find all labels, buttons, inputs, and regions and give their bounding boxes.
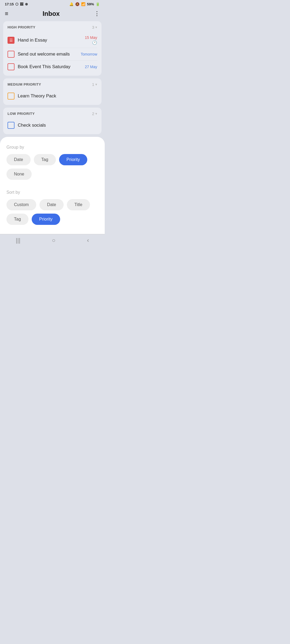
task-checkbox-t3[interactable] [8, 63, 15, 70]
mute-icon: 🔕 [75, 2, 79, 6]
section-title-low: LOW PRIORITY [8, 112, 35, 116]
task-left-t2: Send out welcome emails [8, 51, 70, 58]
group-by-label: Group by [6, 145, 98, 150]
task-checkbox-t1[interactable]: ☰ [8, 37, 15, 44]
section-title-medium: MEDIUM PRIORITY [8, 82, 41, 86]
sort-by-tag-button[interactable]: Tag [6, 214, 28, 225]
sort-by-options: CustomDateTitleTagPriority [6, 199, 98, 225]
nav-back-button[interactable]: ‹ [87, 237, 89, 244]
image-icon: 🖼 [20, 2, 23, 6]
task-checkbox-t4[interactable] [8, 93, 15, 100]
task-left-t1: ☰Hand in Essay [8, 37, 47, 44]
task-left-t3: Book Event This Saturday [8, 63, 70, 70]
task-left-t5: Check socials [8, 122, 46, 129]
section-count-low[interactable]: 2 ▾ [92, 111, 97, 116]
chevron-down-icon: ▾ [95, 82, 97, 86]
task-name-t3: Book Event This Saturday [18, 64, 70, 69]
battery-text: 59% [87, 2, 94, 6]
nav-recent-button[interactable]: ||| [16, 237, 20, 244]
more-options-button[interactable]: ⋮ [94, 10, 100, 17]
task-item-t3[interactable]: Book Event This Saturday27 May [8, 61, 97, 73]
section-medium: MEDIUM PRIORITY1 ▾Learn Theory Pack [3, 78, 102, 105]
sort-by-priority-button[interactable]: Priority [32, 214, 60, 225]
battery-icon: 🔋 [96, 2, 100, 6]
task-sections: HIGH PRIORITY3 ▾☰Hand in Essay15 May🕐Sen… [0, 21, 105, 134]
task-name-t1: Hand in Essay [18, 38, 47, 43]
section-count-high[interactable]: 3 ▾ [92, 25, 97, 30]
section-title-high: HIGH PRIORITY [8, 25, 35, 29]
section-low: LOW PRIORITY2 ▾Check socials [3, 108, 102, 134]
task-item-t2[interactable]: Send out welcome emailsTomorrow [8, 48, 97, 61]
alarm-icon: 🔔 [69, 2, 74, 6]
list-icon: ☰ [9, 38, 13, 43]
group-by-options: DateTagPriorityNone [6, 154, 98, 180]
task-name-t4: Learn Theory Pack [18, 93, 56, 99]
section-header-medium: MEDIUM PRIORITY1 ▾ [8, 82, 97, 87]
sort-by-title-button[interactable]: Title [67, 199, 90, 210]
task-date-wrap-t2: Tomorrow [81, 52, 97, 56]
task-item-t1[interactable]: ☰Hand in Essay15 May🕐 [8, 33, 97, 48]
group-by-tag-button[interactable]: Tag [34, 154, 56, 165]
app-header: ≡ Inbox ⋮ [0, 7, 105, 21]
task-date-wrap-t3: 27 May [85, 65, 97, 69]
wifi-icon: 📶 [81, 2, 85, 6]
task-checkbox-t2[interactable] [8, 51, 15, 58]
section-header-low: LOW PRIORITY2 ▾ [8, 111, 97, 116]
clock-icon: 🕐 [92, 40, 97, 45]
bottom-sheet: Group by DateTagPriorityNone Sort by Cus… [0, 137, 105, 234]
navigation-bar: ||| ○ ‹ [0, 234, 105, 248]
section-high: HIGH PRIORITY3 ▾☰Hand in Essay15 May🕐Sen… [3, 21, 102, 76]
section-count-medium[interactable]: 1 ▾ [92, 82, 97, 87]
task-date-t3: 27 May [85, 65, 97, 69]
x-icon: ⊗ [25, 2, 28, 6]
group-by-date-button[interactable]: Date [6, 154, 31, 165]
group-by-priority-button[interactable]: Priority [59, 154, 88, 165]
status-bar: 17:15 ⬡ 🖼 ⊗ 🔔 🔕 📶 59% 🔋 [0, 0, 105, 7]
sync-icon: ⬡ [15, 2, 18, 6]
status-right: 🔔 🔕 📶 59% 🔋 [69, 2, 100, 6]
status-time: 17:15 [5, 2, 14, 6]
sort-by-label: Sort by [6, 190, 98, 195]
task-date-t1: 15 May [85, 35, 97, 40]
chevron-down-icon: ▾ [95, 25, 97, 29]
task-item-t5[interactable]: Check socials [8, 119, 97, 131]
task-date-wrap-t1: 15 May🕐 [85, 35, 97, 45]
task-name-t2: Send out welcome emails [18, 52, 70, 57]
task-name-t5: Check socials [18, 123, 46, 128]
sort-by-date-button[interactable]: Date [39, 199, 64, 210]
group-by-none-button[interactable]: None [6, 169, 32, 180]
chevron-down-icon: ▾ [95, 112, 97, 116]
task-date-t2: Tomorrow [81, 52, 97, 56]
task-item-t4[interactable]: Learn Theory Pack [8, 90, 97, 102]
task-left-t4: Learn Theory Pack [8, 93, 56, 100]
section-header-high: HIGH PRIORITY3 ▾ [8, 25, 97, 30]
hamburger-menu-button[interactable]: ≡ [5, 10, 8, 17]
page-title: Inbox [42, 10, 60, 17]
sort-by-custom-button[interactable]: Custom [6, 199, 36, 210]
task-checkbox-t5[interactable] [8, 122, 15, 129]
status-left: 17:15 ⬡ 🖼 ⊗ [5, 2, 28, 6]
nav-home-button[interactable]: ○ [52, 237, 55, 244]
